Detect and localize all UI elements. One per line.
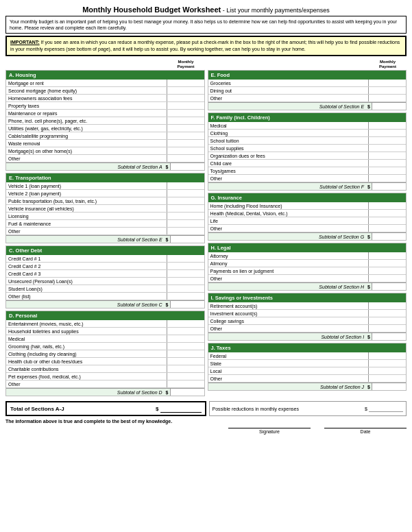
list-item: Other — [208, 325, 407, 332]
list-item: Utilities (water, gas, electricity, etc.… — [6, 125, 204, 132]
section-j: J. Taxes Federal State Local Other Subto… — [208, 343, 407, 391]
list-item: Household toiletries and supplies — [6, 328, 204, 335]
list-item: Credit Card # 3 — [6, 270, 204, 278]
list-item: Waste removal — [6, 140, 204, 147]
section-e-food-header: E. Food — [208, 71, 407, 80]
list-item: Unsecured (Personal) Loan(s) — [6, 278, 204, 285]
list-item: Fuel & maintenance — [6, 220, 204, 228]
list-item: Home (including Flood Insurance) — [208, 202, 407, 210]
possible-reductions-box: Possible reductions in monthly expenses … — [209, 401, 407, 416]
subtotal-j: Subtotal of Section J $ — [208, 383, 407, 390]
list-item: Retirement account(s) — [208, 302, 407, 310]
list-item: Medical — [208, 122, 407, 130]
list-item: Credit Card # 2 — [6, 263, 204, 270]
list-item: Other — [208, 175, 407, 182]
list-item: Child care — [208, 160, 407, 167]
subtotal-g: Subtotal of Section G $ — [208, 232, 407, 240]
list-item: Vehicle 2 (loan payment) — [6, 190, 204, 197]
list-item: Charitable contributions — [6, 365, 204, 373]
section-g: G. Insurance Home (including Flood Insur… — [208, 193, 407, 241]
list-item: Maintenance or repairs — [6, 110, 204, 117]
list-item: Other (list) — [6, 293, 204, 300]
section-f-header: F. Family (incl. Children) — [208, 113, 407, 122]
list-item: Grooming (hair, nails, etc.) — [6, 343, 204, 350]
list-item: Other — [6, 228, 204, 235]
list-item: Public transportation (bus, taxi, train,… — [6, 197, 204, 205]
list-item: Other — [208, 375, 407, 383]
list-item: Vehicle insurance (all vehicles) — [6, 205, 204, 213]
possible-reductions-input[interactable] — [369, 405, 403, 412]
section-i-header: I. Savings or Investments — [208, 293, 407, 302]
list-item: Attorney — [208, 252, 407, 260]
subtotal-d: Subtotal of Section D $ — [6, 388, 204, 396]
list-item: Student Loan(s) — [6, 285, 204, 293]
list-item: Alimony — [208, 260, 407, 267]
subtotal-i: Subtotal of Section I $ — [208, 332, 407, 340]
list-item: Homeowners association fees — [6, 95, 204, 102]
section-a-header: A. Housing — [6, 71, 204, 80]
list-item: Other — [208, 95, 407, 102]
list-item: Other — [208, 225, 407, 232]
list-item: Medical — [6, 335, 204, 343]
list-item: Licensing — [6, 213, 204, 220]
list-item: Payments on lien or judgment — [208, 267, 407, 275]
section-i: I. Savings or Investments Retirement acc… — [208, 293, 407, 341]
list-item: Local — [208, 367, 407, 375]
section-e-food: MonthlyPayment E. Food Groceries Dining … — [208, 60, 407, 110]
list-item: Investment account(s) — [208, 310, 407, 317]
intro-text: Your monthly budget is an important part… — [5, 16, 407, 34]
list-item: Other — [208, 275, 407, 282]
section-f: F. Family (incl. Children) Medical Cloth… — [208, 112, 407, 191]
truth-statement: The information above is true and comple… — [5, 419, 407, 424]
list-item: Phone, incl. cell phone(s), pager, etc. — [6, 117, 204, 125]
list-item: Other — [6, 155, 204, 162]
list-item: School supplies — [208, 145, 407, 152]
section-h: H. Legal Attorney Alimony Payments on li… — [208, 243, 407, 291]
list-item: Entertainment (movies, music, etc.) — [6, 320, 204, 328]
list-item: Mortgage(s) on other home(s) — [6, 147, 204, 155]
section-e-transport: E. Transportation Vehicle 1 (loan paymen… — [5, 173, 205, 243]
list-item: Mortgage or rent — [6, 80, 204, 87]
signature-field[interactable]: Signature — [228, 428, 311, 434]
list-item: Other — [6, 380, 204, 388]
totals-row: Total of Sections A-J $ Possible reducti… — [5, 401, 407, 416]
list-item: Health club or other club fees/dues — [6, 358, 204, 365]
list-item: Groceries — [208, 80, 407, 87]
section-c: C. Other Debt Credit Card # 1 Credit Car… — [5, 245, 205, 309]
list-item: Property taxes — [6, 102, 204, 110]
list-item: Vehicle 1 (loan payment) — [6, 182, 204, 190]
subtotal-e-food: Subtotal of Section E $ — [208, 102, 407, 110]
section-c-header: C. Other Debt — [6, 246, 204, 255]
list-item: Toys/games — [208, 167, 407, 175]
list-item: Cable/satellite programming — [6, 132, 204, 140]
signature-area: Signature Date — [5, 428, 407, 434]
subtotal-c: Subtotal of Section C $ — [6, 300, 204, 308]
list-item: School tuition — [208, 137, 407, 145]
date-field[interactable]: Date — [324, 428, 407, 434]
total-sections-box: Total of Sections A-J $ — [5, 401, 206, 416]
section-d: D. Personal Entertainment (movies, music… — [5, 311, 205, 396]
list-item: Life — [208, 217, 407, 225]
list-item: College savings — [208, 317, 407, 325]
list-item: Organization dues or fees — [208, 152, 407, 160]
list-item: Health (Medical, Dental, Vision, etc.) — [208, 210, 407, 217]
subtotal-e-transport: Subtotal of Section E $ — [6, 235, 204, 243]
section-e-header: E. Transportation — [6, 173, 204, 182]
page-title: Monthly Household Budget Worksheet - Lis… — [5, 5, 407, 14]
list-item: Pet expenses (food, medical, etc.) — [6, 373, 204, 380]
list-item: Dining out — [208, 87, 407, 95]
list-item: Federal — [208, 352, 407, 360]
section-g-header: G. Insurance — [208, 193, 407, 202]
list-item: Second mortgage (home equity) — [6, 87, 204, 95]
subtotal-h: Subtotal of Section H $ — [208, 282, 407, 290]
section-j-header: J. Taxes — [208, 343, 407, 352]
list-item: Clothing (including dry cleaning) — [6, 350, 204, 358]
important-box: IMPORTANT: If you see an area in which y… — [5, 36, 407, 56]
list-item: Clothing — [208, 130, 407, 137]
section-a: MonthlyPayment A. Housing Mortgage or re… — [5, 60, 205, 171]
total-input[interactable] — [160, 404, 202, 413]
section-h-header: H. Legal — [208, 243, 407, 252]
section-d-header: D. Personal — [6, 311, 204, 320]
list-item: Credit Card # 1 — [6, 255, 204, 263]
list-item: State — [208, 360, 407, 367]
